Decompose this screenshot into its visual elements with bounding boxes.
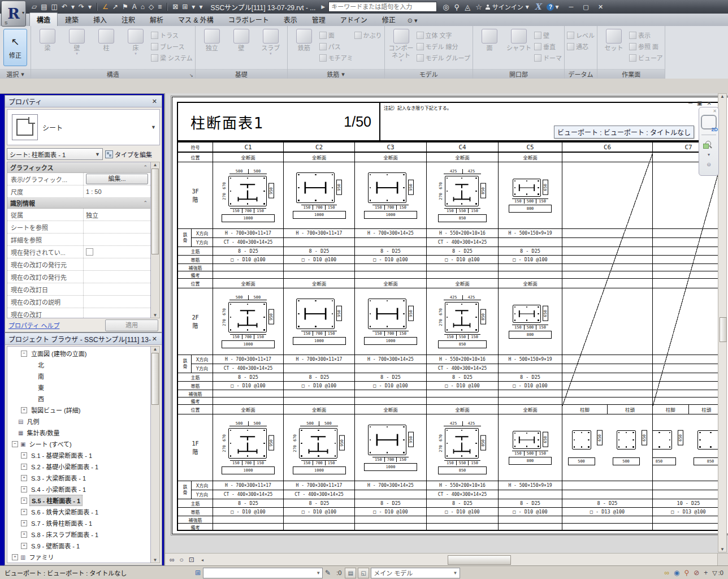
param-group-グラフィックス[interactable]: グラフィックス⌃ <box>7 162 150 173</box>
expand-icon[interactable]: + <box>21 486 27 492</box>
undo-caret-icon[interactable]: ▾ <box>71 3 75 11</box>
close-icon[interactable]: ✕ <box>151 335 158 343</box>
reveal-hidden-elements-icon[interactable]: ∞ <box>170 556 175 564</box>
tab-マス & 外構[interactable]: マス & 外構 <box>171 12 221 26</box>
expand-icon[interactable]: + <box>21 520 27 526</box>
expand-icon[interactable]: + <box>21 452 27 459</box>
small-button-モチアミ[interactable]: モチアミ <box>319 53 353 62</box>
redo-icon[interactable]: ↷ <box>79 3 84 11</box>
small-button-パス[interactable]: パス <box>319 42 353 51</box>
switch-windows-caret-icon[interactable]: ▾ <box>192 3 195 11</box>
param-value[interactable]: 独立 <box>84 209 150 221</box>
section-cell[interactable]: 425425670270850150550150850 <box>427 414 499 481</box>
tab-注釈[interactable]: 注釈 <box>114 12 142 26</box>
param-value[interactable] <box>84 221 150 233</box>
tab-アドイン[interactable]: アドイン <box>333 12 375 26</box>
minimize-button[interactable]: ─ <box>566 3 575 10</box>
workset-dropdown[interactable]: ▼ <box>203 568 323 578</box>
help-search-input[interactable] <box>328 2 437 12</box>
search-icon[interactable]: ◎ <box>443 3 449 11</box>
browser-item[interactable]: −▣シート (すべて) <box>7 438 150 450</box>
apply-button[interactable]: 適用 <box>105 319 158 331</box>
selection-filter[interactable]: ▽ :0 <box>712 569 723 577</box>
column-section-diagram[interactable]: 650150500150800 <box>509 305 552 339</box>
favorites-star-icon[interactable]: ☆ <box>475 3 482 11</box>
browser-item[interactable]: +製図ビュー (詳細) <box>7 404 150 416</box>
close-icon[interactable]: ✕ <box>151 98 158 105</box>
expand-icon[interactable]: + <box>21 407 27 413</box>
big-button-壁[interactable]: 壁▾ <box>63 27 91 54</box>
browser-item[interactable]: 北 <box>7 359 150 370</box>
tab-表示[interactable]: 表示 <box>276 12 305 26</box>
small-button-モデル グループ[interactable]: モデル グループ <box>417 53 470 62</box>
modify-button[interactable]: ↖ 修正 <box>3 29 27 66</box>
column-section-diagram[interactable]: 650150500150800 <box>509 431 552 465</box>
save-icon[interactable]: ▤ <box>41 3 47 11</box>
navbar-collapse-icon[interactable]: ⊖ <box>707 162 711 167</box>
small-button-モデル 線分[interactable]: モデル 線分 <box>417 42 470 51</box>
tab-建築[interactable]: 建築 <box>58 12 86 26</box>
collapse-icon[interactable]: − <box>12 441 18 447</box>
ribbon-display-toggle[interactable]: ⊙ ▾ <box>408 17 418 26</box>
param-value[interactable] <box>84 246 150 258</box>
section-cell[interactable]: 9501507001501000 <box>355 414 427 481</box>
small-button-表示[interactable]: 表示 <box>629 31 663 40</box>
expand-icon[interactable]: + <box>21 464 27 470</box>
expand-icon[interactable]: + <box>21 475 27 481</box>
browser-item[interactable]: +▥ファミリ <box>7 551 150 563</box>
column-section-diagram[interactable]: 850650850650 <box>653 430 724 465</box>
big-button-独立[interactable]: 独立 <box>198 27 226 52</box>
select-by-face-icon[interactable]: ⊘ <box>694 569 699 577</box>
temporary-hide-isolate-icon[interactable]: ○ <box>180 556 184 564</box>
browser-item[interactable]: +S.7 - 鉄骨柱断面表 - 1 <box>7 517 150 529</box>
column-section-diagram[interactable]: 9501507001501000 <box>293 172 346 219</box>
param-value[interactable]: 編集... <box>84 173 150 185</box>
panel-label-鉄筋[interactable]: 鉄筋▾ <box>288 69 384 79</box>
panel-label-データム[interactable]: データム <box>565 69 597 79</box>
tab-修正[interactable]: 修正 <box>375 12 403 26</box>
scrollbar-thumb[interactable] <box>448 555 511 565</box>
browser-scrollbar[interactable]: ▲ ▼ <box>151 346 160 563</box>
sheet-view[interactable]: 柱断面表1 1/50 注記）記入なき限り下記とする。 符号C1C2C3C4C5C… <box>172 97 728 534</box>
big-button-シャフト[interactable]: シャフト <box>505 27 533 52</box>
column-section-diagram[interactable]: 9501507001501000 <box>293 299 346 345</box>
big-button-梁[interactable]: 梁 <box>33 27 62 52</box>
column-section-diagram[interactable]: 425425670270850150550150850 <box>438 295 487 348</box>
edit-button[interactable]: 編集... <box>86 174 148 184</box>
big-button-セット[interactable]: セット <box>600 27 628 52</box>
aligned-dimension-icon[interactable]: ↗ <box>112 3 118 11</box>
column-section-diagram[interactable]: 425425670270850150550150850 <box>438 421 487 474</box>
design-options-icon[interactable]: ▤ <box>345 568 356 578</box>
param-group-識別情報[interactable]: 識別情報⌃ <box>7 198 150 209</box>
restore-button[interactable]: ▢ <box>581 3 590 11</box>
panel-label-select[interactable]: 選択▾ <box>0 69 31 79</box>
text-icon[interactable]: A <box>132 3 137 11</box>
instance-selector[interactable]: シート: 柱断面表 - 1 ▼ <box>7 148 103 160</box>
crop-region-icon[interactable]: ⊡ <box>189 556 194 564</box>
tab-解析[interactable]: 解析 <box>142 12 171 26</box>
expand-icon[interactable]: + <box>21 543 27 549</box>
view-close-button[interactable]: ✕ <box>707 100 712 106</box>
param-value[interactable] <box>84 234 150 245</box>
panel-label-作業面[interactable]: 作業面 <box>597 69 665 79</box>
browser-item[interactable]: ▤凡例 <box>7 416 150 427</box>
param-value[interactable] <box>84 296 150 308</box>
small-button-壁[interactable]: 壁 <box>534 31 562 40</box>
view-restore-button[interactable]: ▣ <box>697 100 702 106</box>
section-cell[interactable]: 9501507001501000 <box>284 162 355 228</box>
section-cell[interactable]: 425425670270850150550150850 <box>427 162 499 228</box>
tab-構造[interactable]: 構造 <box>29 12 58 26</box>
project-browser-header[interactable]: プロジェクト ブラウザ - SSCサンプル[111] 13-... ✕ <box>5 333 162 345</box>
browser-item[interactable]: 東 <box>7 382 150 393</box>
transfer-icon[interactable]: ◫ <box>51 3 58 11</box>
column-section-diagram[interactable]: 9501507001501000 <box>364 172 417 219</box>
active-only-icon[interactable]: ◱ <box>358 568 369 578</box>
sign-in-button[interactable]: サインイン ▾ <box>486 2 529 11</box>
select-links-icon[interactable]: ∞ <box>664 569 669 577</box>
redo-caret-icon[interactable]: ▾ <box>88 3 92 11</box>
column-section-diagram[interactable]: 650150500150800 <box>509 179 552 213</box>
panel-label-モデル[interactable]: モデル <box>385 69 473 79</box>
section-cell[interactable]: 5005006702709501507001501000 <box>213 162 284 228</box>
section-cell[interactable]: 425425670270850150550150850 <box>427 288 499 355</box>
qat-customize-icon[interactable]: ▾ <box>199 3 202 11</box>
